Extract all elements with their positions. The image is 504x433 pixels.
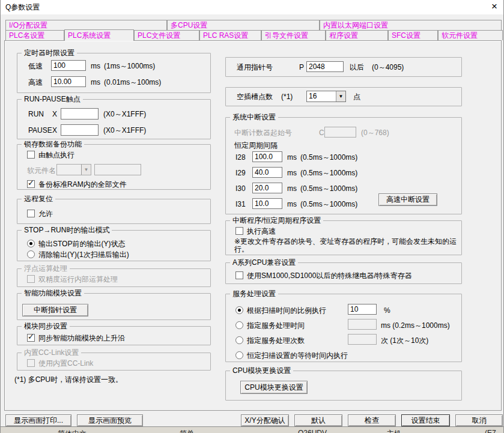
group-title: 远程复位 (22, 195, 55, 203)
empty-slot-note: (*1) (281, 92, 293, 101)
interrupt-pointer-setting-button[interactable]: 中断指针设置 (22, 304, 88, 316)
statusbar-fragment: Q26UDV (298, 429, 327, 433)
by-contact-checkbox[interactable] (27, 151, 35, 159)
output-mode-clear-radio[interactable] (27, 250, 35, 258)
group-empty-slot-points: 空插槽点数 (*1) 16 ▼ 点 (225, 87, 462, 106)
tab-program[interactable]: 程序设置 (326, 30, 388, 40)
interrupt-row-unit: ms (287, 153, 297, 162)
statusbar-fragment: 简单 (180, 429, 194, 433)
common-pointer-label: 通用指针号 (237, 63, 273, 71)
service-time-radio[interactable] (235, 321, 243, 329)
device-name-select-value (57, 165, 81, 175)
timer-high-label: 高速 (28, 78, 43, 86)
tab-device[interactable]: 软元件设置 (438, 30, 503, 40)
interrupt-i30-input[interactable] (252, 183, 282, 193)
group-title: 锁存数据备份功能 (22, 140, 84, 148)
empty-slot-unit: 点 (353, 92, 360, 101)
pause-x-prefix: X (52, 126, 57, 135)
execute-high-speed-label: 执行高速 (247, 227, 276, 235)
pause-label: PAUSE (28, 126, 52, 135)
timer-low-label: 低速 (28, 62, 43, 70)
interrupt-row-unit: ms (287, 169, 297, 177)
group-intelligent-module: 智能功能模块设置 中断指针设置 (17, 293, 211, 320)
group-a-series-compat: A系列CPU兼容设置 使用SM1000,SD1000以后的特殊继电器/特殊寄存器 (225, 262, 462, 284)
close-icon[interactable]: × (491, 0, 497, 13)
service-time-unit: ms (0.2ms～1000ms) (381, 321, 450, 330)
cpu-module-replacement-button[interactable]: CPU模块更换设置 (240, 381, 308, 394)
pause-contact-input[interactable] (61, 124, 99, 136)
group-title: 系统中断设置 (230, 113, 278, 121)
service-constant-scan-radio[interactable] (235, 351, 243, 359)
empty-slot-points-select[interactable]: 16 ▼ (306, 91, 346, 102)
preview-screen-button[interactable]: 显示画面预览 (77, 414, 143, 426)
tab-plc-ras[interactable]: PLC RAS设置 (199, 30, 261, 40)
output-mode-keep-label: 输出STOP前的输出(Y)状态 (38, 240, 125, 248)
common-pointer-prefix: P (299, 63, 304, 71)
double-precision-checkbox (27, 275, 35, 283)
group-title: 内置CC-Link设置 (22, 348, 81, 357)
common-pointer-input[interactable] (306, 61, 344, 72)
group-system-interrupt: 系统中断设置 中断计数器起始号 C (0～768) 恒定周期间隔 I28 ms … (225, 117, 462, 214)
service-count-radio[interactable] (235, 336, 243, 344)
tab-boot-file[interactable]: 引导文件设置 (261, 30, 326, 40)
group-builtin-cclink: 内置CC-Link设置 使用内置CC-Link (17, 353, 211, 371)
use-sm1000-checkbox[interactable] (235, 271, 243, 279)
output-mode-keep-radio[interactable] (27, 240, 35, 247)
print-screen-button[interactable]: 显示画面打印... (5, 414, 71, 426)
interrupt-i28-input[interactable] (252, 151, 282, 162)
high-speed-interrupt-button[interactable]: 高速中断设置 (378, 193, 437, 206)
service-scan-ratio-input[interactable] (348, 304, 377, 315)
backup-standard-ram-checkbox[interactable]: ✓ (27, 180, 35, 188)
service-scan-ratio-radio[interactable] (235, 306, 243, 314)
interrupt-i31-input[interactable] (252, 198, 282, 209)
empty-slot-points-value: 16 (307, 91, 336, 101)
device-name-label: 软元件名 (27, 166, 56, 175)
timer-high-unit: ms (91, 78, 100, 86)
tab-sfc[interactable]: SFC设置 (388, 30, 438, 40)
interrupt-row-range: (0.5ms～1000ms) (300, 200, 357, 208)
end-setting-button[interactable]: 设置结束 (401, 414, 450, 426)
tab-multi-cpu[interactable]: 多CPU设置 (167, 20, 320, 30)
interrupt-i29-input[interactable] (252, 167, 282, 178)
remote-reset-allow-checkbox[interactable] (27, 210, 35, 217)
timer-low-input[interactable] (51, 60, 86, 71)
interrupt-row-name: I29 (235, 169, 246, 177)
statusbar-fragment: 简体中文 (58, 429, 87, 433)
group-title: 智能功能模块设置 (22, 289, 84, 297)
check-button[interactable]: 检查 (348, 414, 396, 426)
cancel-button[interactable]: 取消 (455, 414, 503, 426)
use-sm1000-label: 使用SM1000,SD1000以后的特殊继电器/特殊寄存器 (247, 271, 412, 280)
timer-high-input[interactable] (51, 76, 86, 87)
group-remote-reset: 远程复位 允许 (17, 199, 211, 224)
xy-assignment-confirm-button[interactable]: X/Y分配确认 (241, 414, 289, 426)
tab-builtin-ethernet[interactable]: 内置以太网端口设置 (320, 20, 502, 30)
interrupt-program-warning: ※更改文件寄存器的块号、变址寄存器的程序时，可能会发生未知的运行。 (234, 238, 458, 253)
run-x-prefix: X (52, 110, 57, 118)
service-count-label: 指定服务处理次数 (247, 336, 305, 345)
interrupt-counter-input (324, 127, 356, 138)
check-icon: ✓ (28, 333, 34, 341)
tab-io-assignment[interactable]: I/O分配设置 (5, 20, 167, 30)
by-contact-label: 由触点执行 (38, 151, 74, 159)
statusbar-fragment: 主机 (387, 429, 401, 433)
title-bar: Q参数设置 × (1, 0, 503, 14)
execute-high-speed-checkbox[interactable] (235, 227, 243, 235)
module-sync-checkbox[interactable]: ✓ (27, 334, 35, 342)
run-contact-input[interactable] (61, 108, 99, 120)
timer-low-unit: ms (91, 62, 100, 70)
tab-plc-name[interactable]: PLC名设置 (5, 30, 64, 40)
pause-range: (X0～X1FFF) (103, 126, 146, 135)
tab-plc-system[interactable]: PLC系统设置 (64, 29, 134, 41)
group-title: RUN-PAUSE触点 (22, 95, 83, 103)
run-label: RUN (28, 110, 44, 118)
group-title: STOP→RUN时的输出模式 (22, 226, 112, 234)
timer-low-range: (1ms～1000ms) (104, 62, 155, 70)
device-name-select: ▼ (56, 164, 91, 175)
interrupt-row-range: (0.5ms～1000ms) (300, 169, 357, 177)
interrupt-counter-label: 中断计数器起始号 (234, 129, 292, 137)
interrupt-counter-prefix: C (319, 129, 324, 137)
group-title: 浮点运算处理 (22, 264, 70, 273)
tab-plc-file[interactable]: PLC文件设置 (134, 30, 199, 40)
default-button[interactable]: 默认 (294, 414, 342, 426)
group-service-processing: 服务处理设置 根据扫描时间的比例执行 % 指定服务处理时间 ms (0.2ms～… (225, 294, 462, 362)
